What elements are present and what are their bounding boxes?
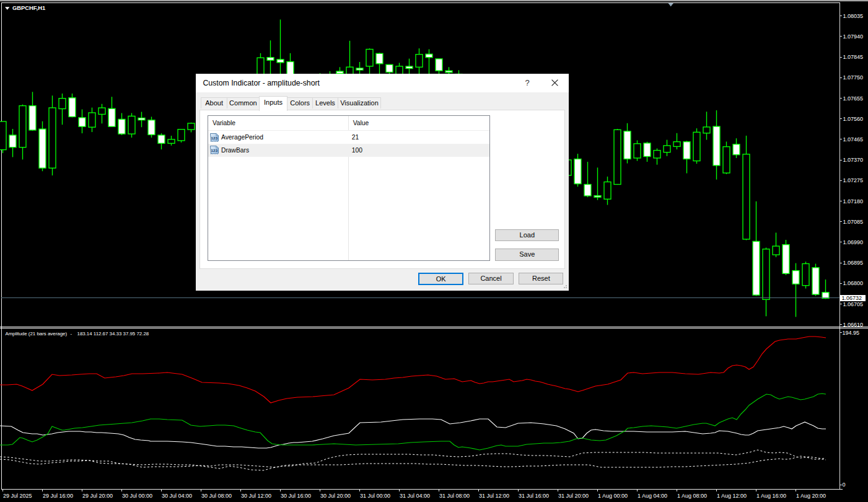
svg-text:1 Aug 12:00: 1 Aug 12:00 (717, 493, 747, 499)
svg-text:1 Aug 08:00: 1 Aug 08:00 (677, 493, 707, 499)
svg-text:1.07845: 1.07845 (843, 54, 864, 60)
svg-text:31 Jul 04:00: 31 Jul 04:00 (400, 493, 430, 499)
svg-text:123: 123 (211, 148, 217, 152)
svg-text:1.07180: 1.07180 (843, 198, 864, 205)
svg-text:30 Jul 04:00: 30 Jul 04:00 (162, 493, 192, 499)
svg-text:1.07940: 1.07940 (843, 33, 864, 40)
svg-text:1.08035: 1.08035 (843, 13, 864, 19)
svg-text:30 Jul 16:00: 30 Jul 16:00 (281, 493, 311, 499)
svg-text:30 Jul 20:00: 30 Jul 20:00 (320, 493, 351, 499)
svg-text:1 Aug 20:00: 1 Aug 20:00 (796, 493, 826, 499)
svg-text:194.95: 194.95 (843, 330, 860, 336)
svg-text:-: - (71, 331, 72, 337)
svg-text:123: 123 (211, 136, 217, 140)
svg-text:1.07370: 1.07370 (843, 157, 864, 163)
svg-text:Amplitude (21 bars average): Amplitude (21 bars average) (6, 331, 68, 337)
svg-text:31 Jul 00:00: 31 Jul 00:00 (360, 493, 390, 499)
svg-text:1 Aug 04:00: 1 Aug 04:00 (638, 493, 667, 499)
svg-text:29 Jul 2025: 29 Jul 2025 (3, 493, 32, 499)
svg-text:30 Jul 00:00: 30 Jul 00:00 (122, 493, 152, 499)
svg-text:183.14 112.67 34.33 37.95 72.2: 183.14 112.67 34.33 37.95 72.28 (77, 331, 149, 337)
svg-text:29 Jul 20:00: 29 Jul 20:00 (82, 493, 113, 499)
svg-text:1.06895: 1.06895 (843, 260, 864, 266)
svg-text:1 Aug 16:00: 1 Aug 16:00 (756, 493, 786, 499)
svg-text:1.06610: 1.06610 (843, 322, 864, 328)
svg-text:1.07465: 1.07465 (843, 136, 864, 143)
svg-text:30 Jul 08:00: 30 Jul 08:00 (201, 493, 232, 499)
svg-text:31 Jul 20:00: 31 Jul 20:00 (558, 493, 589, 499)
svg-text:1.06800: 1.06800 (843, 280, 864, 286)
svg-text:1.06990: 1.06990 (843, 239, 864, 245)
svg-text:0: 0 (843, 482, 846, 488)
svg-text:1.06705: 1.06705 (843, 301, 864, 307)
svg-text:29 Jul 16:00: 29 Jul 16:00 (43, 493, 73, 499)
svg-text:31 Jul 12:00: 31 Jul 12:00 (479, 493, 509, 499)
svg-text:GBPCHF,H1: GBPCHF,H1 (12, 4, 45, 11)
svg-text:1.07750: 1.07750 (843, 74, 864, 81)
svg-text:1.07085: 1.07085 (843, 219, 864, 225)
svg-text:1.07560: 1.07560 (843, 116, 864, 122)
svg-text:31 Jul 16:00: 31 Jul 16:00 (519, 493, 549, 499)
svg-text:1.07655: 1.07655 (843, 95, 864, 102)
svg-text:31 Jul 08:00: 31 Jul 08:00 (439, 493, 470, 499)
svg-text:1.06732: 1.06732 (842, 295, 862, 301)
svg-text:1 Aug 00:00: 1 Aug 00:00 (598, 493, 628, 499)
svg-text:1.07275: 1.07275 (843, 177, 864, 183)
svg-text:30 Jul 12:00: 30 Jul 12:00 (241, 493, 271, 499)
